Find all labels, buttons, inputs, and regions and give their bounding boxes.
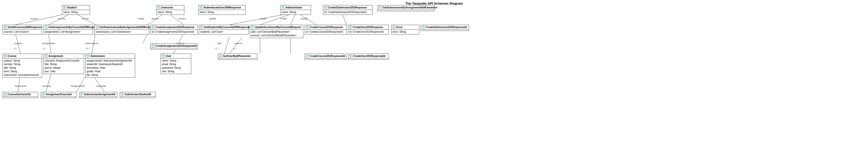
entity-badge: E [306, 54, 309, 58]
svg-line-22 [143, 33, 148, 44]
entity-badge: E [282, 6, 285, 9]
field: error: String [393, 30, 418, 34]
entity-header: E GetSubmissionsByAssignmentIdIdParamete… [377, 5, 434, 10]
field: title: String [44, 62, 83, 66]
entity-createSubmission201Response: E CreateSubmission201Response id: Create… [323, 5, 373, 15]
entity-body: assignmentId: SubmissionAssignmentId stu… [86, 58, 135, 77]
entity-body: add: List<GetUserByIdParameter> remove: … [250, 30, 303, 38]
field: submissions: List<Submission> [96, 30, 148, 34]
entity-badge: E [349, 26, 352, 29]
entity-body [421, 30, 469, 31]
entity-submissionAssignmentId: E SubmissionAssignmentId [79, 92, 117, 98]
entity-header: E CreateCourse201ResponseId [305, 54, 346, 58]
entity-error: E Error error: String [391, 25, 419, 34]
entity-badge: E [80, 93, 83, 96]
label-access2: access [58, 17, 65, 20]
entity-name: GetAllCourses200Response [8, 26, 42, 29]
field: points: Integer [44, 66, 83, 70]
entity-name: GetUserByIdParameter [223, 55, 251, 57]
label-access1: access [31, 17, 38, 20]
field: title: String [4, 66, 41, 70]
diagram-container: The Tarpaulin API Schemas Diagram [0, 0, 868, 154]
entity-badge: E [42, 93, 45, 96]
entity-name: GetStudentsByCourseId200Response [204, 26, 250, 29]
entity-body [41, 97, 76, 98]
label-create3: create [280, 17, 287, 20]
entity-header: E Assignment [43, 54, 84, 58]
entity-header: E CreateCourse201Response [305, 25, 346, 30]
field: timestamp: Date [87, 66, 134, 70]
entity-instructor: E Instructor name: String [156, 5, 184, 15]
entity-createAssignment201Response: E CreateAssignment201Response id: Create… [150, 25, 197, 34]
label-studentId: studentId [96, 85, 106, 87]
entity-submissionStudentId: E SubmissionStudentId [120, 92, 155, 98]
entity-administrator: E Administrator name: String [280, 5, 311, 15]
entity-badge: E [87, 54, 90, 58]
label-mult3: 0..* [86, 47, 90, 50]
entity-header: E Course [3, 54, 42, 58]
field: courses: List<Course> [4, 30, 41, 34]
entity-badge: E [63, 6, 66, 9]
entity-getSubmissionsByAssignmentId200Response: E GetSubmissionsByAssignmentId200Respons… [94, 25, 149, 34]
svg-line-20 [76, 74, 87, 92]
entity-badge: E [121, 93, 124, 96]
label-create2: create [260, 17, 267, 20]
entity-header: E CreateUser201Response [348, 25, 389, 30]
entity-header: E GetAssignmentsByCourseId200Response [43, 25, 93, 30]
entity-name: Assignment [49, 55, 63, 57]
entity-badge: E [422, 26, 425, 29]
field: remove: List<GetUserByIdIdParameter> [251, 34, 302, 37]
entity-body: courseId: AssignmentCourseId title: Stri… [43, 58, 84, 74]
entity-header: E Submission [86, 54, 135, 58]
entity-name: CreateAssignment201Response [155, 26, 194, 29]
field: number: String [4, 62, 41, 66]
entity-body: id: CreateCourse201ResponseId [305, 30, 346, 34]
entity-name: CreateSubmission201Response [328, 6, 367, 9]
entity-body [79, 97, 117, 98]
entity-name: AssignmentCourseId [46, 93, 72, 96]
label-courses: courses [14, 42, 22, 45]
entity-body [120, 97, 155, 98]
entity-name: GetAssignmentsByCourseId200Response [49, 26, 99, 29]
entity-getAllCourses200Response: E GetAllCourses200Response courses: List… [3, 25, 42, 34]
entity-body: id: CreateSubmission201ResponseId [323, 10, 372, 15]
label-submissions: submissions [85, 42, 98, 45]
entity-badge: E [324, 6, 327, 9]
entity-createCourse201ResponseId: E CreateCourse201ResponseId [305, 54, 347, 60]
field: students: List<User> [200, 30, 247, 34]
entity-body: courses: List<Course> [3, 30, 42, 34]
svg-line-19 [46, 74, 51, 92]
entity-name: User [166, 55, 171, 57]
entity-name: UpdateEnrollmentByCourseIdRequest [255, 26, 301, 29]
entity-badge: E [4, 26, 7, 29]
entity-name: Course [8, 55, 16, 57]
entity-badge: E [306, 26, 309, 29]
entity-header: E CreateAssignment201ResponseId [151, 44, 197, 48]
entity-body: token: String [198, 10, 245, 15]
entity-body [377, 10, 434, 11]
diagram-title: The Tarpaulin API Schemas Diagram [0, 0, 868, 5]
entity-header: E Error [392, 25, 419, 30]
entity-name: CreateUser201ResponseId [353, 55, 385, 57]
entity-user: E User name: String email: String passwo… [161, 54, 191, 74]
entity-body [305, 58, 346, 59]
entity-name: CreateSubmission201ResponseId [426, 26, 467, 29]
entity-course: E Course subject: String number: String … [3, 54, 42, 78]
entity-badge: E [44, 54, 48, 58]
entity-instructor-body: name: String [157, 10, 184, 15]
field: token: String [199, 10, 244, 14]
entity-name: CreateCourse201ResponseId [310, 55, 345, 57]
entity-name: GetSubmissionsByAssignmentId200Response [99, 26, 156, 29]
entity-header: E Administrator [281, 5, 311, 10]
entity-getAssignmentsByCourseId200Response: E GetAssignmentsByCourseId200Response as… [43, 25, 93, 34]
svg-line-15 [229, 37, 242, 54]
field: name: String [63, 10, 89, 14]
entity-badge: E [152, 44, 155, 48]
entity-student-header: E Student [62, 5, 90, 10]
field: id: CreateSubmission201ResponseId [324, 10, 371, 14]
entity-badge: E [349, 54, 352, 58]
entity-courseInstructorId: E CourseInstructorId [3, 92, 38, 98]
field: term: String [4, 70, 41, 73]
entity-header: E SubmissionStudentId [120, 92, 155, 97]
entity-createAssignment201ResponseId: E CreateAssignment201ResponseId [150, 44, 197, 50]
